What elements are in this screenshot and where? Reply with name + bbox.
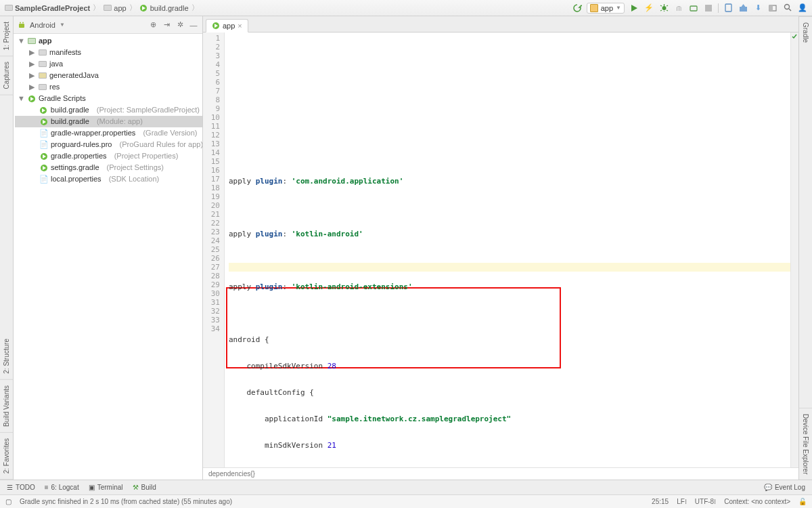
tool-tab-todo[interactable]: ☰ TODO — [7, 484, 35, 491]
stop-button[interactable] — [703, 3, 714, 14]
tree-node-gradle-scripts[interactable]: ▼Gradle Scripts — [15, 93, 202, 104]
code-content[interactable]: apply plugin: 'com.android.application' … — [225, 33, 790, 467]
tool-tab-favorites[interactable]: 2: Favorites — [0, 433, 13, 480]
editor-tab-app[interactable]: app × — [206, 19, 248, 33]
module-icon — [27, 37, 36, 45]
folder-icon — [4, 3, 13, 12]
tree-node-gradle-wrapper[interactable]: 📄gradle-wrapper.properties (Gradle Versi… — [15, 127, 202, 139]
search-icon[interactable] — [782, 3, 793, 14]
line-ending[interactable]: LF — [677, 498, 685, 505]
code-editor[interactable]: 1234567891011121314151617181920212223242… — [203, 33, 798, 467]
attach-debugger-icon[interactable] — [688, 3, 699, 14]
gear-icon[interactable]: ✲ — [175, 20, 185, 30]
gradle-icon — [39, 152, 48, 161]
module-icon — [590, 4, 598, 12]
properties-icon: 📄 — [39, 175, 48, 184]
gutter[interactable]: 1234567891011121314151617181920212223242… — [203, 33, 225, 467]
resource-manager-icon[interactable] — [767, 3, 778, 14]
tool-tab-project[interactable]: 1: Project — [0, 16, 13, 56]
chevron-right-icon: 〉 — [128, 3, 138, 13]
tree-node-app[interactable]: ▼app — [15, 35, 202, 47]
breadcrumb-mid-label: app — [114, 4, 126, 12]
caret-position[interactable]: 25:15 — [652, 498, 669, 505]
tool-tab-device-explorer[interactable]: Device File Explorer — [799, 408, 812, 480]
editor-tabs: app × — [203, 16, 798, 33]
avd-manager-icon[interactable] — [723, 3, 734, 14]
run-config-label: app — [601, 4, 613, 12]
editor-area: app × 1234567891011121314151617181920212… — [203, 16, 798, 480]
status-message: Gradle sync finished in 2 s 10 ms (from … — [20, 498, 232, 505]
chevron-right-icon: 〉 — [190, 3, 200, 13]
highlight-box — [226, 287, 561, 368]
debug-button[interactable] — [658, 3, 669, 14]
tree-node-build-gradle-app[interactable]: build.gradle (Module: app) — [15, 116, 202, 127]
tree-node-generated[interactable]: ▶generatedJava — [15, 70, 202, 81]
gradle-icon — [39, 106, 48, 114]
properties-icon: 📄 — [39, 140, 48, 149]
svg-rect-9 — [19, 24, 24, 28]
tool-tab-build[interactable]: ⚒ Build — [133, 484, 156, 491]
svg-rect-7 — [769, 5, 773, 11]
folder-icon — [38, 83, 47, 91]
project-tree[interactable]: ▼app ▶manifests ▶java ▶generatedJava ▶re… — [14, 34, 202, 480]
tree-node-gradle-properties[interactable]: gradle.properties (Project Properties) — [15, 150, 202, 162]
svg-rect-5 — [740, 7, 747, 12]
tree-node-res[interactable]: ▶res — [15, 81, 202, 93]
sdk-manager-icon[interactable] — [738, 3, 748, 14]
close-icon[interactable]: × — [238, 22, 242, 30]
tool-tab-logcat[interactable]: ≡ 6: Logcat — [45, 484, 79, 491]
tool-tab-event-log[interactable]: 💬 Event Log — [764, 484, 805, 491]
tool-tab-captures[interactable]: Captures — [0, 56, 13, 96]
file-encoding[interactable]: UTF-8 — [695, 498, 714, 505]
properties-icon: 📄 — [39, 129, 48, 137]
tree-node-build-gradle-project[interactable]: build.gradle (Project: SampleGradleProje… — [15, 104, 202, 116]
navigation-bar: SampleGradleProject 〉 app 〉 build.gradle… — [0, 0, 812, 16]
folder-icon — [38, 60, 47, 68]
collapse-all-icon[interactable]: ⇥ — [162, 20, 171, 30]
project-view-selector[interactable]: Android — [30, 21, 55, 29]
tree-node-proguard[interactable]: 📄proguard-rules.pro (ProGuard Rules for … — [15, 139, 202, 150]
lock-icon[interactable]: 🔓 — [798, 498, 807, 505]
project-tool-window: Android ▼ ⊕ ⇥ ✲ — ▼app ▶manifests ▶java … — [14, 16, 203, 480]
apply-changes-icon[interactable]: ⚡ — [644, 3, 654, 14]
breadcrumbs: SampleGradleProject 〉 app 〉 build.gradle… — [4, 3, 200, 13]
sync-icon[interactable] — [572, 3, 583, 14]
svg-rect-2 — [690, 6, 697, 11]
svg-rect-4 — [725, 4, 731, 12]
breadcrumb-leaf[interactable]: build.gradle — [139, 3, 189, 12]
tool-window-toggle-icon[interactable]: ▢ — [5, 498, 12, 505]
layout-inspector-icon[interactable]: ⬇ — [752, 3, 763, 14]
inspection-ok-icon — [792, 34, 797, 39]
tree-node-local-properties[interactable]: 📄local.properties (SDK Location) — [15, 173, 202, 185]
run-config-selector[interactable]: app ▼ — [587, 3, 625, 14]
tree-node-java[interactable]: ▶java — [15, 58, 202, 70]
breadcrumb-root-label: SampleGradleProject — [15, 4, 90, 12]
profiler-icon[interactable]: ⫙ — [673, 3, 684, 14]
scroll-to-source-icon[interactable]: ⊕ — [148, 20, 158, 30]
tool-tab-build-variants[interactable]: Build Variants — [0, 380, 13, 433]
user-icon[interactable]: 👤 — [797, 3, 808, 14]
breadcrumb-root[interactable]: SampleGradleProject — [4, 3, 90, 12]
chevron-down-icon: ▼ — [60, 22, 65, 28]
svg-point-8 — [784, 5, 789, 9]
context-indicator[interactable]: Context: <no context> — [724, 498, 790, 505]
breadcrumb-mid[interactable]: app — [103, 3, 126, 12]
bottom-tool-strip: ☰ TODO ≡ 6: Logcat ▣ Terminal ⚒ Build 💬 … — [0, 480, 812, 494]
folder-icon — [38, 48, 47, 57]
left-tool-strip: 1: Project Captures 2: Structure Build V… — [0, 16, 14, 480]
editor-breadcrumb[interactable]: dependencies{} — [203, 467, 798, 480]
tool-tab-structure[interactable]: 2: Structure — [0, 333, 13, 380]
hide-icon[interactable]: — — [189, 20, 198, 30]
tree-node-manifests[interactable]: ▶manifests — [15, 47, 202, 58]
editor-tab-label: app — [223, 22, 235, 30]
status-bar: ▢ Gradle sync finished in 2 s 10 ms (fro… — [0, 494, 812, 508]
right-tool-strip: Gradle Device File Explorer — [798, 16, 812, 480]
folder-icon — [38, 71, 47, 80]
tree-node-settings-gradle[interactable]: settings.gradle (Project Settings) — [15, 162, 202, 173]
gradle-icon — [212, 22, 220, 30]
tool-tab-terminal[interactable]: ▣ Terminal — [89, 484, 123, 491]
gradle-icon — [39, 117, 48, 126]
run-button[interactable] — [629, 3, 639, 14]
tool-tab-gradle[interactable]: Gradle — [799, 16, 812, 48]
overview-ruler[interactable] — [790, 33, 798, 467]
